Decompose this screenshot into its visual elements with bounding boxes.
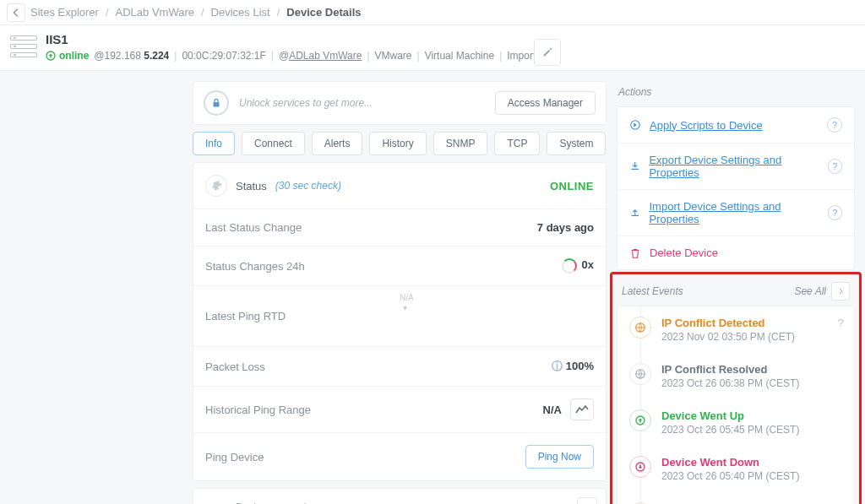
- chart-line-icon: [575, 404, 589, 415]
- script-icon: [629, 119, 641, 131]
- action-delete[interactable]: Delete Device: [629, 247, 718, 259]
- ping-device-label: Ping Device: [205, 451, 264, 463]
- mapped-card: Device mapped on:: [193, 488, 607, 504]
- event-row[interactable]: IP Conflict Resolved2023 Oct 26 06:38 PM…: [617, 353, 854, 399]
- event-row[interactable]: Device Went Down2023 Oct 26 05:40 PM (CE…: [617, 446, 854, 492]
- tab-tcp[interactable]: TCP: [494, 132, 540, 155]
- hist-range-value: N/A: [543, 404, 562, 416]
- tab-bar: Info Connect Alerts History SNMP TCP Sys…: [193, 132, 607, 155]
- latest-ping-na: N/A: [400, 293, 414, 302]
- crumb-sep: /: [106, 6, 109, 19]
- crumb-sep: /: [277, 6, 280, 19]
- device-type: Virtual Machine: [425, 50, 495, 62]
- crumb-current: Device Details: [286, 6, 361, 19]
- device-ip: @192.168 5.224: [94, 50, 169, 62]
- spinner-icon: [562, 258, 577, 274]
- event-time: 2023 Oct 26 06:38 PM (CEST): [661, 377, 799, 389]
- actions-title: Actions: [617, 81, 855, 100]
- caret-down-icon: ▾: [403, 303, 407, 312]
- crumb-devices[interactable]: Devices List: [211, 6, 270, 19]
- help-icon[interactable]: ?: [828, 205, 842, 220]
- unlock-banner: Unlock services to get more... Access Ma…: [193, 81, 607, 125]
- device-vendor: VMware: [375, 50, 412, 62]
- tab-system[interactable]: System: [547, 132, 606, 155]
- trash-icon: [629, 247, 641, 259]
- unlock-text: Unlock services to get more...: [239, 97, 373, 109]
- hist-range-label: Historical Ping Range: [205, 404, 311, 416]
- device-mac: 00:0C:29:07:32:1F: [182, 50, 265, 62]
- event-title: Device Went Up: [661, 409, 799, 422]
- help-icon[interactable]: ?: [827, 117, 842, 133]
- event-time: 2023 Oct 26 05:45 PM (CEST): [661, 424, 799, 436]
- mapped-expand[interactable]: [577, 497, 597, 504]
- download-icon: [629, 160, 640, 172]
- status-interval: (30 sec check): [275, 180, 341, 192]
- ping-now-button[interactable]: Ping Now: [525, 445, 594, 469]
- main-column: Unlock services to get more... Access Ma…: [193, 81, 607, 504]
- changes24-value: 0x: [562, 258, 594, 274]
- event-title: IP Conflict Detected: [661, 317, 795, 329]
- event-title: IP Conflict Resolved: [661, 363, 799, 376]
- event-icon: [629, 317, 651, 339]
- action-import[interactable]: Import Device Settings and Properties: [629, 200, 828, 225]
- packet-loss-value: ⓘ100%: [552, 359, 594, 374]
- back-button[interactable]: [7, 3, 25, 22]
- crumb-sites[interactable]: Sites Explorer: [30, 6, 99, 19]
- edit-button[interactable]: [534, 39, 561, 66]
- packet-loss-label: Packet Loss: [205, 360, 265, 373]
- changes24-label: Status Changes 24h: [205, 260, 305, 273]
- event-title: Device Went Down: [661, 456, 799, 469]
- events-expand[interactable]: [831, 282, 850, 301]
- events-see-all[interactable]: See All: [794, 285, 826, 297]
- events-card: IP Conflict Detected2023 Nov 02 03:50 PM…: [617, 306, 855, 504]
- crumb-site[interactable]: ADLab VmWare: [116, 6, 194, 19]
- action-export[interactable]: Export Device Settings and Properties: [629, 154, 828, 179]
- event-icon: [629, 363, 651, 385]
- last-change-label: Last Status Change: [205, 221, 302, 234]
- latest-ping-label: Latest Ping RTD: [205, 310, 286, 322]
- event-row[interactable]: IP Conflict Detected2023 Nov 02 03:50 PM…: [617, 306, 854, 353]
- event-time: 2023 Oct 26 05:40 PM (CEST): [661, 470, 799, 482]
- breadcrumb-bar: Sites Explorer / ADLab VmWare / Devices …: [0, 0, 865, 25]
- upload-icon: [629, 207, 641, 219]
- up-arrow-icon: [46, 51, 56, 61]
- tab-connect[interactable]: Connect: [242, 132, 305, 155]
- tab-alerts[interactable]: Alerts: [312, 132, 363, 155]
- event-icon: [629, 456, 651, 478]
- chevron-left-icon: [10, 7, 22, 19]
- device-name: IIS1: [46, 32, 550, 46]
- access-manager-button[interactable]: Access Manager: [495, 91, 596, 115]
- info-icon: ⓘ: [552, 360, 563, 372]
- status-value: ONLINE: [550, 180, 594, 192]
- crumb-sep: /: [201, 6, 204, 19]
- chart-button[interactable]: [570, 398, 594, 420]
- tab-history[interactable]: History: [369, 132, 426, 155]
- lock-icon: [204, 90, 229, 116]
- tab-info[interactable]: Info: [193, 132, 235, 155]
- last-change-value: 7 days ago: [537, 221, 594, 234]
- status-card: Status (30 sec check) ONLINE Last Status…: [193, 162, 607, 481]
- event-icon: [629, 409, 651, 431]
- help-icon[interactable]: ?: [828, 159, 842, 174]
- action-apply-scripts[interactable]: Apply Scripts to Device: [629, 119, 763, 132]
- event-row[interactable]: Device Went Up2023 Oct 26 05:45 PM (CEST…: [617, 399, 854, 446]
- event-row[interactable]: IP Conflict Detected2023 Oct 26 03:08 PM…: [617, 492, 854, 504]
- event-help-icon[interactable]: ?: [838, 317, 844, 343]
- device-header: IIS1 online @192.168 5.224 | 00:0C:29:07…: [0, 25, 865, 71]
- chevron-right-icon: [836, 287, 845, 295]
- events-title: Latest Events: [622, 285, 683, 297]
- actions-card: Apply Scripts to Device ? Export Device …: [617, 106, 855, 270]
- event-time: 2023 Nov 02 03:50 PM (CET): [661, 331, 795, 343]
- status-chip: online: [46, 50, 89, 62]
- gear-icon[interactable]: [205, 175, 227, 197]
- server-icon: [10, 35, 37, 57]
- side-column: Actions Apply Scripts to Device ? Export…: [617, 81, 855, 504]
- status-label: Status: [236, 180, 267, 192]
- device-site[interactable]: @ADLab VmWare: [279, 50, 362, 62]
- pencil-icon: [541, 46, 553, 58]
- tab-snmp[interactable]: SNMP: [433, 132, 488, 155]
